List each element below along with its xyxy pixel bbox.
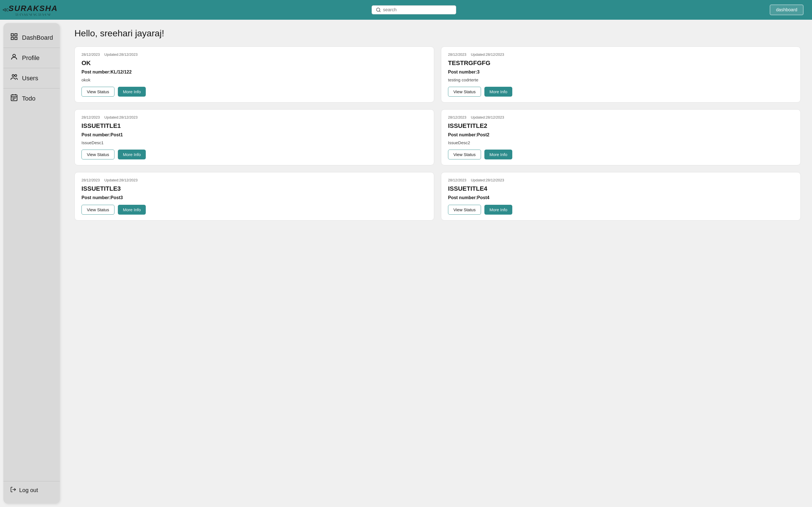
- card-date: 28/12/2023: [82, 52, 100, 57]
- logout-button[interactable]: Log out: [3, 481, 60, 499]
- card-date: 28/12/2023: [448, 115, 466, 119]
- card-description: testing codrterte: [448, 77, 794, 82]
- card-meta: 28/12/2023 Updated:28/12/2023: [448, 115, 794, 119]
- sidebar-spacer: [3, 108, 60, 481]
- view-status-button[interactable]: View Status: [448, 150, 481, 159]
- card-title: ISSUETITLE3: [82, 185, 427, 192]
- more-info-button[interactable]: More Info: [118, 150, 146, 159]
- card-item: 28/12/2023 Updated:28/12/2023 OK Post nu…: [74, 47, 434, 103]
- sidebar-item-todo[interactable]: Todo: [3, 89, 60, 108]
- sidebar: DashBoard Profile Users: [3, 23, 60, 504]
- svg-rect-4: [11, 37, 13, 40]
- view-status-button[interactable]: View Status: [448, 205, 481, 215]
- card-post-number: Post number:Post1: [82, 132, 427, 137]
- logo: ≪ SURAKSHA SURAKSHA: [8, 4, 58, 16]
- card-title: TESTRGFGFG: [448, 59, 794, 67]
- card-post-number: Post number:KL/12/122: [82, 69, 427, 75]
- logo-arrows-icon: ≪: [2, 6, 9, 13]
- card-post-number: Post number:3: [448, 69, 794, 75]
- person-icon: [10, 53, 18, 63]
- svg-rect-9: [11, 95, 17, 101]
- view-status-button[interactable]: View Status: [82, 87, 114, 97]
- search-input[interactable]: [383, 7, 452, 12]
- svg-rect-2: [11, 34, 13, 36]
- sidebar-item-users[interactable]: Users: [3, 68, 60, 89]
- svg-rect-5: [15, 37, 17, 40]
- svg-point-6: [13, 54, 15, 57]
- header: ≪ SURAKSHA SURAKSHA dashboard: [0, 0, 812, 20]
- card-updated: Updated:28/12/2023: [104, 115, 138, 119]
- card-meta: 28/12/2023 Updated:28/12/2023: [82, 115, 427, 119]
- card-date: 28/12/2023: [82, 178, 100, 182]
- card-meta: 28/12/2023 Updated:28/12/2023: [448, 178, 794, 182]
- svg-rect-3: [15, 34, 17, 36]
- logout-label: Log out: [19, 487, 38, 494]
- todo-icon: [10, 94, 18, 103]
- card-updated: Updated:28/12/2023: [471, 115, 504, 119]
- sidebar-todo-label: Todo: [22, 95, 36, 102]
- card-meta: 28/12/2023 Updated:28/12/2023: [448, 52, 794, 57]
- sidebar-item-profile[interactable]: Profile: [3, 48, 60, 68]
- card-date: 28/12/2023: [448, 52, 466, 57]
- card-updated: Updated:28/12/2023: [471, 52, 504, 57]
- dashboard-button[interactable]: dashboard: [770, 4, 804, 15]
- sidebar-profile-label: Profile: [22, 54, 40, 62]
- card-title: ISSUETITLE1: [82, 122, 427, 129]
- more-info-button[interactable]: More Info: [118, 205, 146, 215]
- view-status-button[interactable]: View Status: [82, 205, 114, 215]
- logo-reflection: SURAKSHA: [15, 14, 51, 15]
- card-updated: Updated:28/12/2023: [104, 178, 138, 182]
- card-title: OK: [82, 59, 427, 67]
- search-bar[interactable]: [371, 5, 456, 14]
- main-content: Hello, sreehari jayaraj! 28/12/2023 Upda…: [63, 20, 812, 507]
- people-icon: [10, 73, 18, 83]
- card-title: ISSUETITLE2: [448, 122, 794, 129]
- card-item: 28/12/2023 Updated:28/12/2023 ISSUETITLE…: [74, 109, 434, 165]
- card-item: 28/12/2023 Updated:28/12/2023 ISSUETITLE…: [441, 109, 801, 165]
- card-item: 28/12/2023 Updated:28/12/2023 TESTRGFGFG…: [441, 47, 801, 103]
- card-date: 28/12/2023: [82, 115, 100, 119]
- card-post-number: Post number:Post4: [448, 195, 794, 200]
- grid-icon: [10, 33, 18, 43]
- svg-point-7: [12, 75, 14, 76]
- page-layout: DashBoard Profile Users: [0, 20, 812, 507]
- card-updated: Updated:28/12/2023: [104, 52, 138, 57]
- greeting-text: Hello, sreehari jayaraj!: [74, 28, 801, 39]
- view-status-button[interactable]: View Status: [82, 150, 114, 159]
- cards-grid: 28/12/2023 Updated:28/12/2023 OK Post nu…: [74, 47, 801, 221]
- card-actions: View Status More Info: [82, 150, 427, 159]
- more-info-button[interactable]: More Info: [485, 205, 512, 215]
- card-item: 28/12/2023 Updated:28/12/2023 ISSUETITLE…: [74, 172, 434, 221]
- card-post-number: Post number:Post2: [448, 132, 794, 137]
- view-status-button[interactable]: View Status: [448, 87, 481, 97]
- card-actions: View Status More Info: [82, 87, 427, 97]
- card-date: 28/12/2023: [448, 178, 466, 182]
- card-actions: View Status More Info: [448, 87, 794, 97]
- sidebar-users-label: Users: [22, 75, 38, 82]
- card-item: 28/12/2023 Updated:28/12/2023 ISSUETITLE…: [441, 172, 801, 221]
- svg-line-1: [379, 11, 380, 11]
- logout-icon: [10, 487, 16, 494]
- sidebar-dashboard-label: DashBoard: [22, 34, 53, 41]
- more-info-button[interactable]: More Info: [485, 150, 512, 159]
- search-icon: [376, 7, 381, 12]
- card-description: IssueDesc2: [448, 140, 794, 145]
- card-post-number: Post number:Post3: [82, 195, 427, 200]
- card-meta: 28/12/2023 Updated:28/12/2023: [82, 178, 427, 182]
- card-actions: View Status More Info: [448, 205, 794, 215]
- card-description: okok: [82, 77, 427, 82]
- svg-point-8: [15, 75, 17, 76]
- more-info-button[interactable]: More Info: [118, 87, 146, 97]
- more-info-button[interactable]: More Info: [485, 87, 512, 97]
- card-actions: View Status More Info: [448, 150, 794, 159]
- card-updated: Updated:28/12/2023: [471, 178, 504, 182]
- card-title: ISSUETITLE4: [448, 185, 794, 192]
- card-meta: 28/12/2023 Updated:28/12/2023: [82, 52, 427, 57]
- card-actions: View Status More Info: [82, 205, 427, 215]
- logo-text: SURAKSHA: [8, 4, 58, 13]
- card-description: IssueDesc1: [82, 140, 427, 145]
- sidebar-item-dashboard[interactable]: DashBoard: [3, 27, 60, 48]
